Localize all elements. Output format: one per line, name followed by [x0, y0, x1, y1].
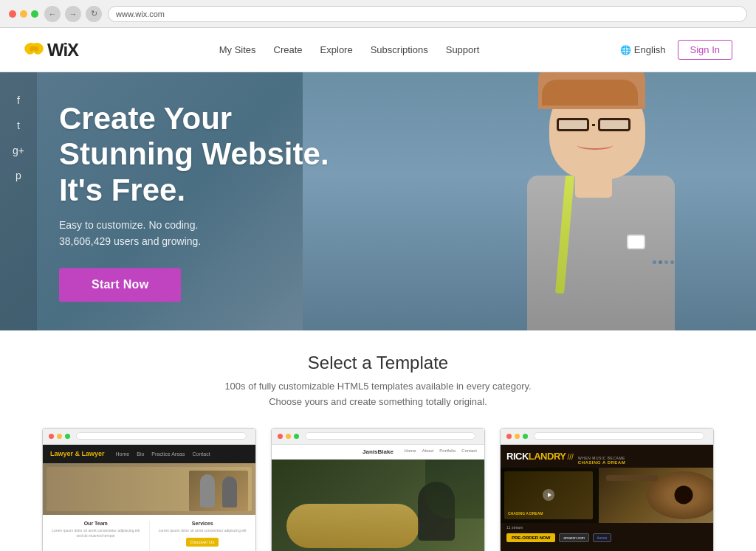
- logo-text: WiX: [47, 40, 78, 60]
- page-content: WiX My Sites Create Explore Subscription…: [0, 28, 756, 551]
- hero-headline-line2: Stunning Website.: [59, 136, 329, 171]
- photo-logo: JanisBlake: [362, 448, 394, 455]
- template-card-music[interactable]: RICK LANDRY /// WHEN MUSIC BECAME CHASIN…: [500, 428, 714, 551]
- hero-subtext: Easy to customize. No coding. 38,606,429…: [59, 217, 329, 250]
- mini-address-bar-music: [534, 432, 704, 440]
- browser-address-bar[interactable]: www.wix.com: [108, 6, 747, 22]
- pinterest-icon[interactable]: p: [16, 170, 21, 181]
- photo-nav: Home About Portfolio Contact: [405, 448, 477, 453]
- hero-subtext-line2: 38,606,429 users and growing.: [59, 235, 201, 247]
- hero-headline: Create Your Stunning Website. It's Free.: [59, 101, 329, 208]
- nav-create[interactable]: Create: [274, 44, 303, 55]
- template-card-photography[interactable]: JanisBlake Home About Portfolio Contact: [271, 428, 485, 551]
- globe-icon: 🌐: [620, 45, 631, 55]
- hero-section: f t g+ p: [0, 72, 756, 330]
- hero-headline-line3: It's Free.: [59, 173, 185, 207]
- template-browser-bar-photo: [272, 429, 484, 445]
- site-header: WiX My Sites Create Explore Subscription…: [0, 28, 756, 72]
- biz-logo: Lawyer & Lawyer: [50, 450, 105, 457]
- nav-explore[interactable]: Explore: [320, 44, 353, 55]
- hero-headline-line1: Create Your: [59, 101, 232, 136]
- mini-minimize-dot-photo: [286, 434, 291, 439]
- browser-window-controls: [9, 10, 38, 18]
- templates-grid: Lawyer & Lawyer Home Bio Practice Areas …: [0, 428, 756, 551]
- mini-address-bar-photo: [305, 432, 475, 440]
- template-card-business[interactable]: Lawyer & Lawyer Home Bio Practice Areas …: [42, 428, 256, 551]
- twitter-icon[interactable]: t: [17, 119, 20, 131]
- mini-close-dot-music: [506, 434, 512, 439]
- browser-url: www.wix.com: [116, 10, 165, 18]
- hero-background: [303, 72, 756, 330]
- templates-section: Select a Template 100s of fully customiz…: [0, 330, 756, 551]
- sign-in-button[interactable]: Sign In: [678, 40, 732, 60]
- hero-subtext-line1: Easy to customize. No coding.: [59, 219, 198, 231]
- logo-area[interactable]: WiX: [24, 40, 78, 60]
- mini-address-bar: [76, 432, 247, 440]
- browser-chrome: ← → ↻ www.wix.com: [0, 0, 756, 28]
- social-sidebar: f t g+ p: [0, 72, 37, 330]
- template-browser-business: Lawyer & Lawyer Home Bio Practice Areas …: [42, 428, 256, 551]
- business-template-preview: Lawyer & Lawyer Home Bio Practice Areas …: [43, 445, 255, 551]
- mini-maximize-dot: [65, 434, 70, 439]
- template-browser-photography: JanisBlake Home About Portfolio Contact: [271, 428, 485, 551]
- header-right: 🌐 English Sign In: [620, 40, 732, 60]
- mini-close-dot-photo: [278, 434, 283, 439]
- facebook-icon[interactable]: f: [17, 94, 20, 106]
- nav-support[interactable]: Support: [446, 44, 480, 55]
- mini-close-dot: [49, 434, 54, 439]
- browser-navigation: ← → ↻: [44, 6, 102, 22]
- mini-minimize-dot: [57, 434, 62, 439]
- header-inner: WiX My Sites Create Explore Subscription…: [24, 40, 732, 60]
- maximize-window-button[interactable]: [31, 10, 38, 18]
- language-selector[interactable]: 🌐 English: [620, 44, 666, 55]
- hero-content: Create Your Stunning Website. It's Free.…: [59, 101, 329, 302]
- photography-template-preview: JanisBlake Home About Portfolio Contact: [272, 445, 484, 551]
- browser-back-button[interactable]: ←: [44, 6, 61, 22]
- minimize-window-button[interactable]: [20, 10, 27, 18]
- close-window-button[interactable]: [9, 10, 16, 18]
- mini-maximize-dot-music: [523, 434, 528, 439]
- language-label: English: [634, 44, 666, 55]
- templates-section-subtitle: 100s of fully customizable HTML5 templat…: [0, 379, 756, 410]
- start-now-button[interactable]: Start Now: [59, 268, 181, 302]
- template-browser-music: RICK LANDRY /// WHEN MUSIC BECAME CHASIN…: [500, 428, 714, 551]
- templates-section-title: Select a Template: [0, 353, 756, 373]
- template-browser-bar: [43, 429, 255, 445]
- mini-maximize-dot-photo: [294, 434, 299, 439]
- music-template-preview: RICK LANDRY /// WHEN MUSIC BECAME CHASIN…: [501, 445, 713, 551]
- templates-subtitle-line2: Choose yours and create something totall…: [269, 396, 487, 407]
- mini-minimize-dot-music: [515, 434, 520, 439]
- main-navigation: My Sites Create Explore Subscriptions Su…: [219, 44, 480, 55]
- google-plus-icon[interactable]: g+: [13, 145, 24, 156]
- browser-forward-button[interactable]: →: [65, 6, 81, 22]
- nav-subscriptions[interactable]: Subscriptions: [371, 44, 428, 55]
- wix-bird-icon: [24, 42, 44, 58]
- templates-subtitle-line1: 100s of fully customizable HTML5 templat…: [224, 381, 531, 392]
- nav-my-sites[interactable]: My Sites: [219, 44, 256, 55]
- browser-refresh-button[interactable]: ↻: [86, 6, 102, 22]
- template-browser-bar-music: [501, 429, 713, 445]
